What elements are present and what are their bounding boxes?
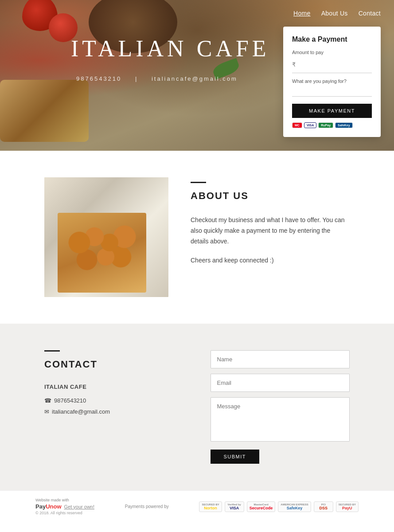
footer-payunow-row: PayUnow Get your own! — [35, 503, 94, 510]
rupay-icon: RuPay — [318, 122, 333, 128]
payu-badge: SECURED BY PayU — [336, 501, 359, 512]
about-content: ABOUT US Checkout my business and what I… — [191, 177, 350, 275]
email-icon: ✉ — [44, 408, 49, 415]
main-nav: Home About Us Contact — [280, 0, 394, 27]
payu-u: U — [46, 503, 50, 510]
footer-made-with: Website made with — [35, 498, 94, 502]
hero-email: italiancafe@gmail.com — [152, 75, 238, 82]
make-payment-button[interactable]: MAKE PAYMENT — [292, 104, 372, 118]
contact-email: ✉ italiancafe@gmail.com — [44, 408, 184, 415]
purpose-input[interactable] — [292, 86, 372, 97]
rupee-symbol: ₹ — [292, 61, 296, 68]
hero-section: Home About Us Contact ITALIAN CAFE 98765… — [0, 0, 394, 151]
amount-input[interactable] — [296, 57, 372, 67]
footer-security-badges: SECURED BY Norton Verified by VISA Maste… — [199, 501, 359, 512]
submit-button[interactable]: SUBMIT — [211, 450, 260, 464]
contact-message-input[interactable] — [211, 397, 350, 442]
phone-icon: ☎ — [44, 397, 51, 404]
contact-title: CONTACT — [44, 359, 184, 370]
about-image — [44, 177, 168, 297]
contact-phone-number: 9876543210 — [54, 397, 86, 404]
croissant-box — [58, 213, 146, 293]
footer-copyright: © 2018. All rights reserved — [35, 511, 94, 515]
amount-label: Amount to pay — [292, 50, 372, 55]
hero-separator: | — [135, 75, 138, 82]
payu-now: now — [50, 503, 62, 510]
contact-email-input[interactable] — [211, 374, 350, 392]
footer-powered-by: Payments powered by — [125, 504, 169, 509]
hero-phone: 9876543210 — [76, 75, 121, 82]
contact-name-input[interactable] — [211, 350, 350, 368]
purpose-label: What are you paying for? — [292, 78, 372, 84]
hero-title: ITALIAN CAFE — [71, 35, 270, 62]
about-section: ABOUT US Checkout my business and what I… — [0, 151, 394, 324]
payment-card-title: Make a Payment — [292, 35, 372, 43]
hero-decoration-pastry — [0, 80, 89, 142]
nav-about[interactable]: About Us — [321, 10, 348, 17]
about-divider — [191, 182, 206, 183]
nav-home[interactable]: Home — [293, 10, 311, 17]
contact-section: CONTACT ITALIAN CAFE ☎ 9876543210 ✉ ital… — [0, 324, 394, 490]
nav-contact[interactable]: Contact — [359, 10, 381, 17]
about-title: ABOUT US — [191, 190, 350, 202]
hero-contact-info: 9876543210 | italiancafe@gmail.com — [71, 75, 243, 82]
about-paragraph2: Cheers and keep connected :) — [191, 255, 350, 266]
safekey-icon: SafeKey — [335, 122, 353, 128]
norton-badge: SECURED BY Norton — [199, 501, 222, 512]
mastercard-badge: MasterCard SecureCode — [247, 501, 276, 512]
payment-card: Make a Payment Amount to pay ₹ What are … — [283, 27, 381, 137]
contact-divider — [44, 350, 60, 352]
payment-icons: MC VISA RuPay SafeKey — [292, 122, 372, 128]
payunow-logo: PayUnow — [35, 503, 62, 510]
about-paragraph1: Checkout my business and what I have to … — [191, 215, 350, 246]
footer: Website made with PayUnow Get your own! … — [0, 490, 394, 522]
verified-visa-badge: Verified by VISA — [225, 501, 244, 512]
contact-form: SUBMIT — [211, 350, 350, 464]
contact-biz-name: ITALIAN CAFE — [44, 383, 184, 390]
amex-badge: AMERICAN EXPRESS SafeKey — [278, 501, 311, 512]
contact-phone: ☎ 9876543210 — [44, 397, 184, 404]
footer-left: Website made with PayUnow Get your own! … — [35, 498, 94, 515]
pci-badge: PCI DSS — [314, 501, 333, 512]
visa-icon: VISA — [304, 122, 316, 128]
croissants — [64, 219, 140, 277]
contact-left: CONTACT ITALIAN CAFE ☎ 9876543210 ✉ ital… — [44, 350, 184, 464]
contact-email-address: italiancafe@gmail.com — [52, 408, 110, 415]
get-your-own-link[interactable]: Get your own! — [64, 504, 94, 509]
mastercard-icon: MC — [292, 122, 302, 128]
